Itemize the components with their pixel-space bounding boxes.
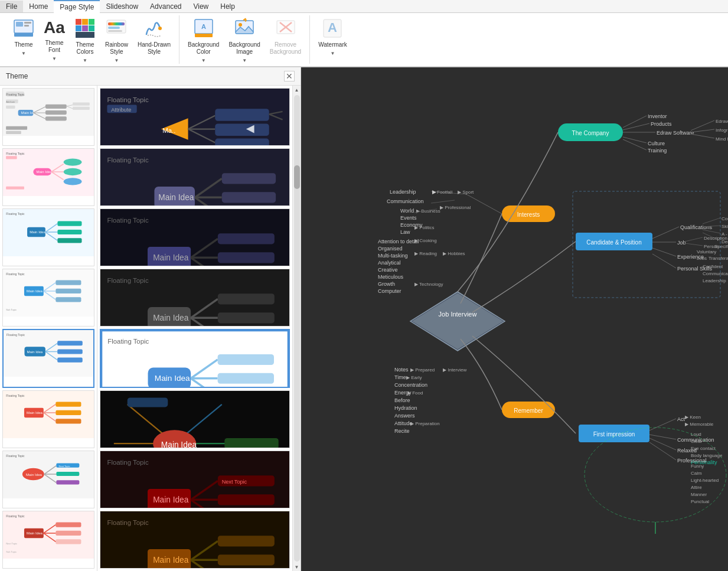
svg-rect-7	[89, 19, 94, 25]
theme-thumb-1[interactable]: Floating Topic Attribute Main Idea	[2, 88, 94, 146]
theme-thumb-2[interactable]: Floating Topic Main Idea	[2, 148, 94, 206]
theme-thumb-dark-1[interactable]: Floating Topic Attribute Ma..	[100, 88, 290, 146]
svg-text:Main Idea: Main Idea	[158, 193, 194, 202]
svg-text:Main Idea: Main Idea	[30, 230, 46, 234]
theme-thumb-4[interactable]: Floating Topic Main Idea Sub Topic	[2, 269, 94, 327]
svg-text:Transferable: Transferable	[709, 256, 728, 261]
theme-font-button[interactable]: Aa ThemeFont ▼	[40, 15, 68, 64]
theme-colors-icon	[74, 18, 96, 39]
svg-text:Remember: Remember	[514, 407, 543, 414]
theme-thumb-light-selected[interactable]: Floating Topic Main Idea	[100, 329, 290, 388]
first-impression-node[interactable]: First impression	[579, 425, 649, 442]
background-color-dropdown-arrow: ▼	[201, 58, 206, 63]
svg-text:▶ Sport: ▶ Sport	[458, 190, 474, 195]
svg-text:Main Idea: Main Idea	[26, 472, 43, 477]
theme-thumb-5[interactable]: Floating Topic Main Idea	[2, 329, 94, 388]
svg-text:Meticulous: Meticulous	[378, 274, 404, 280]
theme-thumb-7[interactable]: Floating Topic Main Idea Next Topic	[2, 451, 94, 508]
menu-slideshow[interactable]: Slideshow	[100, 1, 144, 12]
svg-rect-110	[56, 472, 79, 476]
svg-text:Leadership: Leadership	[390, 189, 416, 195]
svg-text:Main Idea: Main Idea	[153, 556, 189, 565]
rainbow-style-button[interactable]: RainbowStyle ▼	[102, 15, 132, 64]
menu-page-style[interactable]: Page Style	[54, 0, 100, 13]
theme-thumb-starburst[interactable]: Main Idea	[100, 390, 290, 448]
svg-rect-101	[3, 451, 94, 498]
background-color-label: BackgroundColor	[188, 41, 219, 56]
remove-background-button[interactable]: RemoveBackground	[266, 15, 305, 64]
candidate-node[interactable]: Candidate & Position	[576, 233, 652, 250]
menu-file[interactable]: File	[0, 1, 23, 12]
svg-rect-159	[218, 252, 275, 263]
theme-thumb-dark-4[interactable]: Floating Topic Main Idea	[100, 269, 290, 327]
menu-view[interactable]: View	[187, 1, 214, 12]
company-node[interactable]: The Company	[558, 123, 623, 141]
theme-thumb-3[interactable]: Floating Topic Main Idea	[2, 208, 94, 266]
theme-thumb-dark-orange[interactable]: Floating Topic Main Idea	[100, 511, 290, 569]
svg-text:Next Topic: Next Topic	[6, 542, 17, 545]
svg-text:Training: Training	[648, 148, 667, 154]
theme-thumbnails-left: Floating Topic Attribute Main Idea	[0, 86, 97, 571]
watermark-dropdown-arrow: ▼	[330, 51, 335, 56]
scroll-up-button[interactable]: ▲	[293, 86, 301, 94]
svg-text:Floating Topic: Floating Topic	[107, 156, 148, 164]
svg-text:Inventor: Inventor	[648, 113, 667, 119]
background-image-label: BackgroundImage	[228, 41, 260, 56]
theme-thumb-dark-red[interactable]: Floating Topic Main Idea Next Topic	[100, 451, 290, 508]
scroll-thumb[interactable]	[294, 165, 300, 189]
svg-rect-4	[24, 25, 29, 27]
theme-font-label: ThemeFont	[45, 40, 63, 54]
svg-text:Main Idea: Main Idea	[27, 410, 43, 415]
svg-rect-79	[56, 297, 81, 302]
svg-point-56	[64, 158, 82, 165]
background-color-button[interactable]: A BackgroundColor ▼	[184, 15, 223, 64]
svg-text:A: A	[328, 20, 338, 35]
watermark-button[interactable]: A Watermark ▼	[315, 15, 351, 64]
svg-rect-40	[45, 110, 67, 115]
menu-home[interactable]: Home	[23, 1, 54, 12]
svg-text:Punctual: Punctual	[691, 499, 709, 504]
background-image-button[interactable]: BackgroundImage ▼	[225, 15, 263, 64]
svg-text:Attribute: Attribute	[6, 100, 15, 103]
svg-text:Calm: Calm	[691, 471, 702, 476]
svg-text:Main Idea: Main Idea	[36, 169, 53, 174]
svg-text:Floating Topic: Floating Topic	[6, 394, 25, 397]
svg-text:Main Idea: Main Idea	[27, 289, 43, 293]
menu-help[interactable]: Help	[214, 1, 241, 12]
svg-text:Floating Topic: Floating Topic	[107, 96, 148, 103]
theme-thumbnails-right: Floating Topic Attribute Ma..	[97, 86, 292, 571]
svg-text:Specification: Specification	[714, 244, 728, 249]
theme-panel-close-button[interactable]: ✕	[284, 71, 295, 81]
theme-thumb-dark-3[interactable]: Floating Topic Main Idea	[100, 208, 290, 266]
svg-text:Before: Before	[394, 397, 410, 403]
svg-text:The Company: The Company	[572, 130, 609, 136]
svg-text:Qualifications: Qualifications	[680, 224, 713, 230]
theme-thumb-8[interactable]: Floating Topic Main Idea Next Topic Sub …	[2, 511, 94, 569]
menu-advanced[interactable]: Advanced	[144, 1, 187, 12]
svg-text:Growth: Growth	[378, 281, 395, 287]
theme-colors-button[interactable]: ThemeColors ▼	[71, 15, 99, 64]
svg-text:Culture: Culture	[648, 141, 665, 146]
svg-text:▶ Keen: ▶ Keen	[685, 415, 701, 420]
svg-text:Floating Topic: Floating Topic	[6, 212, 25, 216]
theme-button[interactable]: Theme ▼	[9, 15, 38, 64]
svg-rect-9	[82, 25, 88, 31]
svg-text:Act: Act	[677, 416, 685, 422]
svg-rect-134	[215, 123, 269, 136]
svg-text:Attitude: Attitude	[394, 420, 413, 426]
svg-text:Main Idea: Main Idea	[161, 441, 197, 448]
scroll-bar[interactable]: ▲ ▼	[292, 86, 301, 571]
hand-drawn-style-button[interactable]: Hand-DrawnStyle	[134, 15, 174, 64]
svg-text:Edraw Max: Edraw Max	[716, 119, 728, 124]
svg-text:Floating Topic: Floating Topic	[6, 152, 25, 155]
svg-text:Interests: Interests	[517, 211, 540, 218]
scroll-down-button[interactable]: ▼	[293, 563, 301, 571]
theme-thumb-6[interactable]: Floating Topic Main Idea	[2, 390, 94, 448]
svg-text:Footfall: Footfall	[437, 190, 452, 195]
svg-rect-3	[24, 22, 31, 24]
svg-text:Floating Topic: Floating Topic	[6, 93, 25, 96]
theme-thumb-dark-2[interactable]: Floating Topic Main Idea	[100, 148, 290, 206]
svg-rect-149	[222, 192, 276, 203]
svg-rect-133	[215, 109, 269, 121]
svg-text:Computer: Computer	[378, 288, 401, 294]
